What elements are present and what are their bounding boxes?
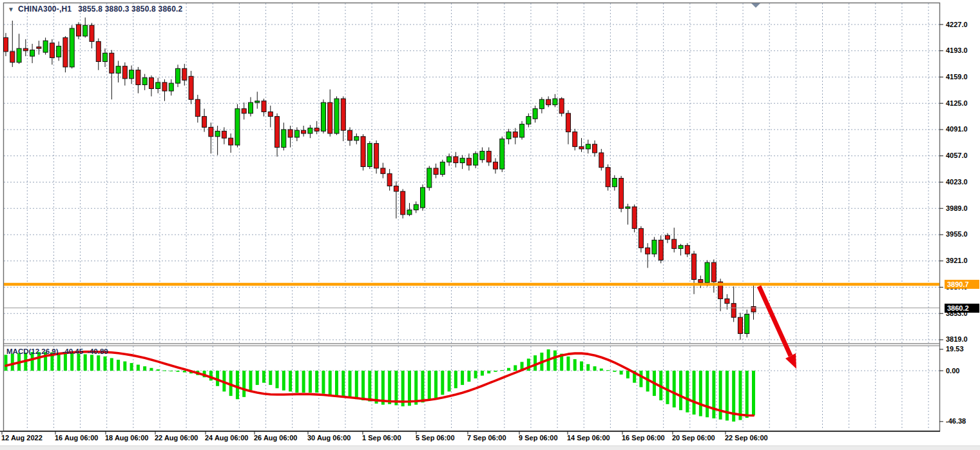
macd-axis-label: 0.00 [946,367,979,375]
price-axis-label: 3955.0 [946,230,979,239]
ohlc-values: 3855.8 3880.3 3850.8 3860.2 [78,5,182,14]
macd-main-value: -40.45 [62,347,84,355]
chart-title: ▼CHINA300-,H13855.8 3880.3 3850.8 3860.2 [8,5,182,14]
time-axis-label: 12 Aug 2022 [1,434,43,442]
time-axis-label: 22 Aug 06:00 [155,434,198,442]
hline-price-badge[interactable]: 3890.7 [945,280,979,289]
price-axis-label: 4193.0 [946,46,979,55]
price-axis-label: 4227.0 [946,21,979,29]
macd-signal-value: -40.89 [87,347,108,355]
macd-indicator-label: MACD(12,26,9)-40.45-40.89 [6,347,112,355]
time-axis-label: 16 Sep 06:00 [622,434,665,442]
chart-canvas[interactable] [0,0,980,450]
price-axis-label: 3989.0 [946,204,979,213]
time-axis-label: 14 Sep 06:00 [567,434,610,442]
price-axis-label: 4023.0 [946,178,979,186]
chart-window: ▼CHINA300-,H13855.8 3880.3 3850.8 3860.2… [0,0,980,450]
time-axis-label: 20 Sep 06:00 [672,434,715,442]
current-price-badge: 3860.2 [945,304,979,313]
price-axis-label: 4159.0 [946,73,979,81]
symbol-dropdown-icon[interactable]: ▼ [8,6,14,13]
window-bottom-strip [0,445,980,450]
macd-name: MACD(12,26,9) [6,347,59,355]
time-axis-label: 26 Aug 06:00 [254,434,297,442]
price-axis-label: 4125.0 [946,99,979,108]
time-axis-label: 9 Sep 06:00 [519,434,558,442]
time-axis-label: 7 Sep 06:00 [467,434,506,442]
time-axis-label: 18 Aug 06:00 [105,434,148,442]
time-axis-label: 16 Aug 06:00 [55,434,98,442]
price-axis-label: 3819.0 [946,335,979,344]
symbol-period-label: CHINA300-,H1 [18,5,72,14]
macd-axis-label: 19.53 [946,345,979,353]
time-axis-label: 1 Sep 06:00 [362,434,401,442]
price-axis-label: 3921.0 [946,257,979,265]
time-axis-label: 5 Sep 06:00 [416,434,455,442]
time-axis-label: 30 Aug 06:00 [307,434,351,442]
macd-axis-label: -46.38 [946,417,979,426]
price-axis-label: 4091.0 [946,125,979,133]
time-axis-label: 22 Sep 06:00 [725,434,768,442]
time-axis-label: 24 Aug 06:00 [205,434,248,442]
price-axis-label: 4057.0 [946,152,979,160]
